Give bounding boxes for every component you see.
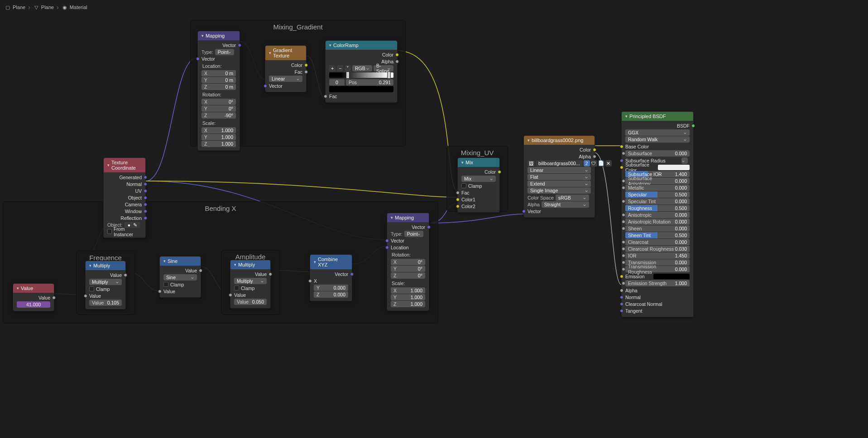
node-header[interactable]: Gradient Texture <box>265 46 306 60</box>
bsdf-subsurface-color[interactable]: Subsurface Color <box>623 164 691 171</box>
ramp-interp[interactable]: B-Spline <box>374 65 393 71</box>
rot-z[interactable]: Z-90° <box>201 112 236 119</box>
image-fake[interactable]: 🛡︎ <box>591 160 597 167</box>
bsdf-roughness[interactable]: Roughness0.500 <box>625 205 690 211</box>
ramp-menu[interactable]: ˅ <box>345 65 351 71</box>
ramp-pos[interactable]: Pos0.291 <box>346 79 393 86</box>
bsdf-clearcoat-roughness[interactable]: Clearcoat Roughness0.030 <box>625 246 690 252</box>
clamp-checkbox[interactable]: Clamp <box>460 182 498 189</box>
node-sine[interactable]: Sine Value Sine Clamp Value <box>159 256 201 298</box>
scl-x[interactable]: X1.000 <box>391 287 425 294</box>
ramp-gradient[interactable] <box>329 72 393 78</box>
bsdf-emission-strength[interactable]: Emission Strength1.000 <box>625 280 690 286</box>
node-multiply-frequence[interactable]: Multiply Value Multiply Clamp Value Valu… <box>85 261 126 309</box>
node-colorramp[interactable]: ColorRamp Color Alpha + − ˅ RGB B-Spline… <box>325 40 398 103</box>
projection-field[interactable]: Flat <box>528 174 591 180</box>
loc-x[interactable]: X0 m <box>201 70 236 76</box>
scl-x[interactable]: X1.000 <box>201 127 236 133</box>
node-gradient-texture[interactable]: Gradient Texture Color Fac Linear Vector <box>265 45 307 92</box>
scl-z[interactable]: Z1.000 <box>201 141 236 147</box>
node-header[interactable]: Multiply <box>86 261 125 270</box>
image-name[interactable]: billboardgrass000... <box>536 160 583 167</box>
node-header[interactable]: Mapping <box>387 213 429 222</box>
image-browse[interactable]: 🖼︎ <box>528 160 535 167</box>
node-editor-canvas[interactable]: Mixing_Gradient Bending X Frequence Ampl… <box>0 0 868 438</box>
image-new[interactable]: 📄 <box>598 160 604 167</box>
bsdf-sheen[interactable]: Sheen0.000 <box>625 225 690 232</box>
y-field[interactable]: Y0.000 <box>314 285 348 291</box>
bsdf-metallic[interactable]: Metallic0.000 <box>625 185 690 191</box>
ramp-remove[interactable]: − <box>337 65 343 71</box>
clamp-checkbox[interactable]: Clamp <box>232 285 269 291</box>
node-mapping-1[interactable]: Mapping Vector Type:Point Vector Locatio… <box>197 31 240 151</box>
node-principled-bsdf[interactable]: Principled BSDF BSDF GGX Random Walk Bas… <box>621 111 694 317</box>
bsdf-sheen-tint[interactable]: Sheen Tint0.500 <box>625 232 690 238</box>
node-header[interactable]: ColorRamp <box>326 41 397 50</box>
ramp-add[interactable]: + <box>329 65 336 71</box>
scl-y[interactable]: Y1.000 <box>391 294 425 300</box>
node-header[interactable]: Combine XYZ <box>310 255 352 269</box>
value-field[interactable]: Value0.050 <box>234 299 267 305</box>
node-mix[interactable]: Mix Color Mix Clamp Fac Color1 Color2 <box>457 157 500 213</box>
rot-x[interactable]: X0° <box>391 259 425 265</box>
interp-field[interactable]: Linear <box>528 167 591 173</box>
loc-z[interactable]: Z0 m <box>201 84 236 90</box>
node-texture-coordinate[interactable]: Texture Coordinate Generated Normal UV O… <box>103 157 146 238</box>
bsdf-subsurface-anisotropy[interactable]: Subsurface Anisotropy0.000 <box>625 178 690 184</box>
clamp-checkbox[interactable]: Clamp <box>162 281 199 288</box>
blend-type[interactable]: Mix <box>461 176 496 182</box>
extension-field[interactable]: Extend <box>528 181 591 187</box>
gradient-type[interactable]: Linear <box>269 76 302 82</box>
sss-method-field[interactable]: Random Walk <box>625 136 690 143</box>
scl-y[interactable]: Y1.000 <box>201 134 236 140</box>
type-field[interactable]: Type:Point <box>200 48 238 55</box>
alpha-field[interactable]: AlphaStraight <box>526 201 593 208</box>
bsdf-anisotropic-rotation[interactable]: Anisotropic Rotation0.000 <box>625 219 690 225</box>
math-op[interactable]: Sine <box>163 274 197 281</box>
source-field[interactable]: Single Image <box>528 187 591 194</box>
from-instancer-checkbox[interactable]: From Instancer <box>106 228 144 235</box>
node-header[interactable]: Sine <box>160 257 201 266</box>
ramp-color-swatch[interactable] <box>329 86 393 92</box>
z-field[interactable]: Z0.000 <box>314 291 348 298</box>
frame-bending-x[interactable]: Bending X <box>3 201 438 324</box>
node-header[interactable]: Texture Coordinate <box>104 158 145 172</box>
bsdf-transmission-roughness[interactable]: Transmission Roughness0.000 <box>625 266 690 272</box>
node-header[interactable]: Multiply <box>230 260 270 269</box>
node-value[interactable]: Value Value 41.000 <box>13 283 54 311</box>
image-unlink[interactable]: ✕ <box>605 160 612 167</box>
math-op[interactable]: Multiply <box>89 279 122 285</box>
bsdf-ior[interactable]: IOR1.450 <box>625 252 690 259</box>
scl-z[interactable]: Z1.000 <box>391 301 425 307</box>
bsdf-specular-tint[interactable]: Specular Tint0.000 <box>625 198 690 205</box>
colorspace-field[interactable]: Color SpacesRGB <box>526 194 593 201</box>
object-prop[interactable]: Object:● ✎ <box>106 221 144 228</box>
node-header[interactable]: Mix <box>458 158 499 167</box>
distribution-field[interactable]: GGX <box>625 129 690 136</box>
bsdf-anisotropic[interactable]: Anisotropic0.000 <box>625 212 690 218</box>
ramp-index[interactable]: 0 <box>329 79 345 86</box>
value-field[interactable]: Value0.105 <box>89 300 122 306</box>
node-multiply-amplitude[interactable]: Multiply Value Multiply Clamp Value Valu… <box>230 260 271 309</box>
node-header[interactable]: Mapping <box>198 31 240 40</box>
node-mapping-2[interactable]: Mapping Vector Type:Point Vector Locatio… <box>387 213 429 311</box>
rot-y[interactable]: Y0° <box>201 105 236 112</box>
node-header[interactable]: Value <box>13 284 54 293</box>
clamp-checkbox[interactable]: Clamp <box>87 286 124 292</box>
rot-z[interactable]: Z0° <box>391 272 425 279</box>
bsdf-specular[interactable]: Specular0.500 <box>625 191 690 198</box>
bsdf-subsurface-ior[interactable]: Subsurface IOR1.400 <box>625 171 690 177</box>
rot-y[interactable]: Y0° <box>391 266 425 272</box>
bsdf-clearcoat[interactable]: Clearcoat0.000 <box>625 239 690 245</box>
type-field[interactable]: Type:Point <box>389 230 427 237</box>
value-field[interactable]: 41.000 <box>17 301 50 308</box>
image-users[interactable]: 2 <box>584 160 590 167</box>
ramp-colormode[interactable]: RGB <box>352 65 372 71</box>
node-image-texture[interactable]: billboardgrass0002.png Color Alpha 🖼︎ bi… <box>523 135 595 218</box>
math-op[interactable]: Multiply <box>234 278 267 284</box>
node-combine-xyz[interactable]: Combine XYZ Vector X Y0.000 Z0.000 <box>310 254 352 301</box>
loc-y[interactable]: Y0 m <box>201 77 236 83</box>
node-header[interactable]: Principled BSDF <box>622 112 693 121</box>
node-header[interactable]: billboardgrass0002.png <box>524 136 595 145</box>
rot-x[interactable]: X0° <box>201 99 236 105</box>
